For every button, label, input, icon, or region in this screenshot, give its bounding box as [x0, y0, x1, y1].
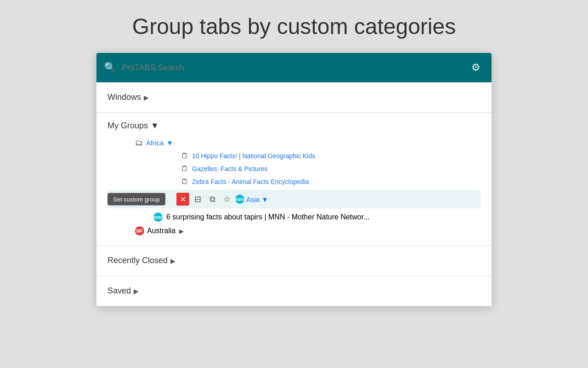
search-input[interactable] [122, 63, 468, 73]
africa-dropdown-icon: ▼ [166, 139, 173, 147]
windows-label: Windows [107, 92, 141, 102]
asia-row: Set custom group ✕ ⊟ ⧉ ☆ mnn Asia ▼ [107, 190, 481, 208]
page-title: Group tabs by custom categories [132, 14, 456, 39]
search-icon: 🔍 [104, 62, 116, 74]
saved-header[interactable]: Saved ▶ [107, 283, 481, 299]
australia-arrow-icon: ▶ [179, 228, 184, 235]
africa-folder-header[interactable]: 🗂 Africa ▼ [135, 136, 481, 150]
tab-icon-zebra: 🗒 [181, 178, 188, 186]
toolbar: 🔍 ⚙ [96, 53, 492, 82]
action-icons: ✕ ⊟ ⧉ ☆ [176, 193, 233, 206]
asia-favicon: mnn [235, 195, 244, 204]
copy-action-icon[interactable]: ⧉ [206, 193, 219, 206]
tab-hippo-label: 10 Hippo Facts! | National Geographic Ki… [192, 152, 315, 160]
my-groups-section: My Groups ▼ 🗂 Africa ▼ 🗒 10 Hippo Facts!… [96, 113, 492, 246]
australia-label: Australia [147, 227, 175, 235]
saved-label: Saved [107, 286, 131, 296]
mnn-favicon: mnn [153, 213, 163, 222]
saved-arrow-icon: ▶ [134, 288, 139, 295]
settings-button[interactable]: ⚙ [468, 58, 484, 77]
australia-favicon: MF [135, 226, 144, 236]
africa-group: 🗂 Africa ▼ 🗒 10 Hippo Facts! | National … [135, 136, 481, 188]
my-groups-arrow-icon: ▼ [151, 121, 159, 131]
search-bar: 🔍 [104, 62, 468, 74]
windows-action-icon[interactable]: ⊟ [191, 193, 204, 206]
asia-folder-header[interactable]: Asia ▼ [246, 196, 268, 203]
tab-icon-hippo: 🗒 [181, 152, 188, 160]
recently-closed-header[interactable]: Recently Closed ▶ [107, 253, 481, 268]
windows-section: Windows ▶ [96, 82, 492, 113]
tab-hippo[interactable]: 🗒 10 Hippo Facts! | National Geographic … [181, 150, 481, 162]
tab-zebra[interactable]: 🗒 Zebra Facts - Animal Facts Encyclopedi… [181, 175, 481, 188]
content-panel: Windows ▶ My Groups ▼ 🗂 Africa ▼ 🗒 10 Hi… [96, 82, 492, 306]
windows-arrow-icon: ▶ [144, 94, 149, 101]
asia-row-container: Set custom group ✕ ⊟ ⧉ ☆ mnn Asia ▼ [107, 190, 481, 208]
saved-section: Saved ▶ [96, 276, 492, 306]
my-groups-label: My Groups [107, 121, 148, 131]
asia-label-text: Asia [246, 196, 260, 203]
africa-folder-icon: 🗂 [135, 138, 143, 148]
browser-window: 🔍 ⚙ Windows ▶ My Groups ▼ 🗂 Africa [96, 53, 492, 306]
tab-icon-gazelles: 🗒 [181, 165, 188, 173]
windows-header[interactable]: Windows ▶ [107, 90, 481, 105]
australia-group[interactable]: MF Australia ▶ [135, 224, 481, 238]
tab-tapirs-label: 6 surprising facts about tapirs | MNN - … [166, 213, 370, 221]
tab-gazelles[interactable]: 🗒 Gazelles: Facts & Pictures [181, 162, 481, 175]
recently-closed-section: Recently Closed ▶ [96, 246, 492, 276]
star-action-icon[interactable]: ☆ [220, 193, 233, 206]
tab-gazelles-label: Gazelles: Facts & Pictures [192, 165, 267, 172]
recently-closed-label: Recently Closed [107, 256, 168, 265]
close-icon[interactable]: ✕ [176, 193, 189, 206]
set-custom-group-tooltip: Set custom group [107, 193, 165, 206]
recently-closed-arrow-icon: ▶ [170, 257, 175, 264]
my-groups-header[interactable]: My Groups ▼ [107, 118, 481, 136]
africa-label: Africa [146, 139, 164, 147]
tab-zebra-label: Zebra Facts - Animal Facts Encyclopedia [192, 178, 309, 185]
asia-tab-tapirs[interactable]: mnn 6 surprising facts about tapirs | MN… [153, 210, 481, 224]
asia-dropdown-icon: ▼ [261, 196, 268, 203]
